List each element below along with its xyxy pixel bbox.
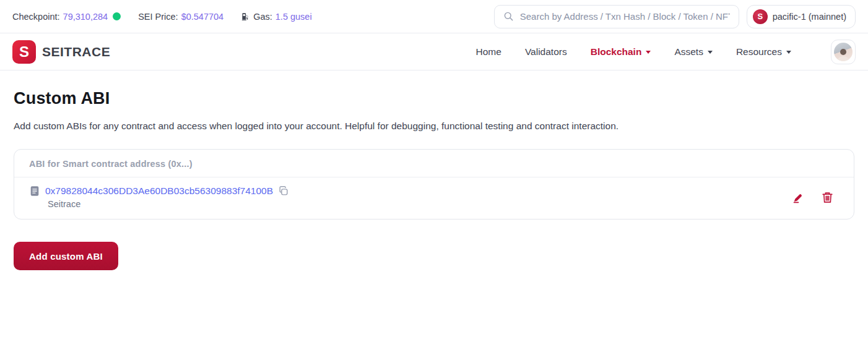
nav-items: Home Validators Blockchain Assets Resour…	[476, 40, 856, 64]
abi-name-label: Seitrace	[48, 199, 289, 209]
avatar	[834, 43, 853, 61]
checkpoint-value[interactable]: 79,310,284	[63, 12, 108, 22]
chain-stats: Checkpoint: 79,310,284 SEI Price: $0.547…	[12, 12, 312, 22]
nav-item-blockchain[interactable]: Blockchain	[591, 46, 651, 58]
search-box[interactable]	[494, 5, 739, 28]
profile-avatar-button[interactable]	[831, 40, 856, 64]
edit-abi-button[interactable]	[792, 191, 805, 204]
table-column-header: ABI for Smart contract address (0x...)	[14, 150, 854, 177]
gas-stat: Gas: 1.5 gusei	[241, 12, 311, 22]
network-label: pacific-1 (mainnet)	[773, 12, 846, 22]
sei-price-label: SEI Price:	[138, 12, 178, 22]
nav-item-home-label: Home	[476, 46, 501, 58]
status-dot-icon	[113, 12, 121, 20]
seitrace-logo-icon: S	[12, 40, 36, 64]
topbar: Checkpoint: 79,310,284 SEI Price: $0.547…	[0, 0, 868, 33]
nav-item-home[interactable]: Home	[476, 46, 501, 58]
network-selector-button[interactable]: S pacific-1 (mainnet)	[747, 5, 856, 28]
nav-item-assets-label: Assets	[674, 46, 703, 58]
gas-value: 1.5 gusei	[276, 12, 312, 22]
contract-address-link[interactable]: 0x79828044c306DD3Ae60DB03cb56309883f7410…	[45, 185, 273, 197]
abi-entry: 0x79828044c306DD3Ae60DB03cb56309883f7410…	[29, 185, 289, 209]
nav-item-blockchain-label: Blockchain	[591, 46, 642, 58]
seitrace-network-icon: S	[753, 9, 768, 24]
trash-icon	[821, 191, 834, 204]
chevron-down-icon	[786, 51, 791, 54]
chevron-down-icon	[708, 51, 713, 54]
checkpoint-stat: Checkpoint: 79,310,284	[12, 12, 121, 22]
search-icon	[503, 11, 514, 22]
chevron-down-icon	[646, 51, 651, 54]
nav-item-validators[interactable]: Validators	[525, 46, 567, 58]
topbar-right: S pacific-1 (mainnet)	[494, 5, 856, 28]
copy-address-button[interactable]	[278, 185, 289, 197]
custom-abi-table: ABI for Smart contract address (0x...) 0…	[14, 149, 854, 219]
nav-item-assets[interactable]: Assets	[674, 46, 713, 58]
gas-pump-icon	[241, 12, 250, 21]
sei-price-stat: SEI Price: $0.547704	[138, 12, 224, 22]
contract-document-icon	[29, 185, 40, 197]
pencil-icon	[792, 191, 805, 204]
gas-label: Gas:	[253, 12, 272, 22]
sei-price-value: $0.547704	[181, 12, 224, 22]
brand-name: SEITRACE	[42, 45, 110, 59]
brand-logo[interactable]: S SEITRACE	[12, 40, 110, 64]
main-content: Custom ABI Add custom ABIs for any contr…	[0, 70, 868, 270]
search-input[interactable]	[520, 11, 730, 22]
copy-icon	[278, 185, 289, 197]
page-description: Add custom ABIs for any contract and acc…	[14, 121, 854, 132]
navbar: S SEITRACE Home Validators Blockchain As…	[0, 33, 868, 70]
nav-item-resources-label: Resources	[736, 46, 782, 58]
person-icon	[835, 46, 851, 61]
page-title: Custom ABI	[14, 89, 854, 108]
row-actions	[792, 191, 839, 204]
nav-item-resources[interactable]: Resources	[736, 46, 791, 58]
delete-abi-button[interactable]	[821, 191, 834, 204]
page: Checkpoint: 79,310,284 SEI Price: $0.547…	[0, 0, 868, 270]
nav-item-validators-label: Validators	[525, 46, 567, 58]
checkpoint-label: Checkpoint:	[12, 12, 60, 22]
abi-address-line: 0x79828044c306DD3Ae60DB03cb56309883f7410…	[29, 185, 289, 197]
add-custom-abi-button[interactable]: Add custom ABI	[14, 242, 118, 270]
table-row: 0x79828044c306DD3Ae60DB03cb56309883f7410…	[14, 177, 854, 219]
